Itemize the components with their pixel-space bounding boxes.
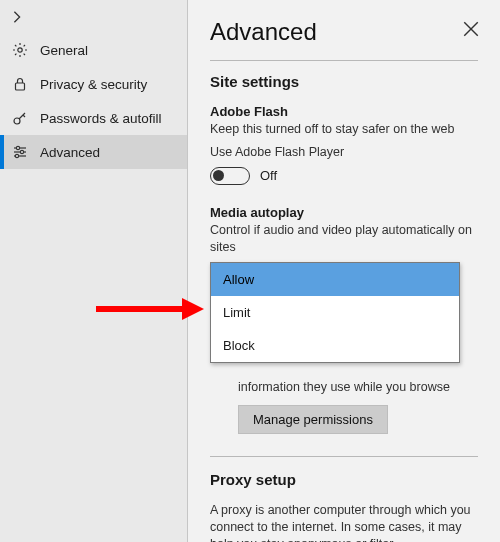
autoplay-option-limit[interactable]: Limit (211, 296, 459, 329)
autoplay-option-allow[interactable]: Allow (211, 263, 459, 296)
svg-point-8 (20, 150, 23, 153)
flash-use-label: Use Adobe Flash Player (210, 144, 478, 161)
svg-point-2 (18, 48, 22, 52)
key-icon (12, 110, 28, 126)
autoplay-label: Media autoplay (210, 205, 478, 220)
svg-point-6 (16, 146, 19, 149)
autoplay-option-block[interactable]: Block (211, 329, 459, 362)
autoplay-desc: Control if audio and video play automati… (210, 222, 478, 256)
sidebar-item-label: Passwords & autofill (40, 111, 162, 126)
svg-point-10 (15, 154, 18, 157)
svg-rect-3 (16, 83, 25, 90)
manage-permissions-button[interactable]: Manage permissions (238, 405, 388, 434)
chevron-right-icon (10, 10, 24, 24)
settings-panel: Advanced Site settings Adobe Flash Keep … (188, 0, 500, 542)
sidebar-item-passwords[interactable]: Passwords & autofill (0, 101, 187, 135)
flash-label: Adobe Flash (210, 104, 478, 119)
autoplay-dropdown-list: Allow Limit Block (210, 262, 460, 363)
back-button[interactable] (0, 6, 187, 33)
page-title: Advanced (210, 18, 478, 46)
close-button[interactable] (462, 20, 480, 38)
cookies-desc-fragment: information they use while you browse (238, 379, 478, 396)
sidebar-item-label: Privacy & security (40, 77, 147, 92)
autoplay-dropdown[interactable]: Allow Limit Block (210, 262, 478, 363)
proxy-desc: A proxy is another computer through whic… (210, 502, 478, 542)
section-heading-proxy: Proxy setup (210, 471, 478, 488)
lock-icon (12, 76, 28, 92)
close-icon (462, 20, 480, 38)
sidebar-item-label: Advanced (40, 145, 100, 160)
flash-toggle-state: Off (260, 168, 277, 183)
gear-icon (12, 42, 28, 58)
flash-toggle[interactable] (210, 167, 250, 185)
flash-desc: Keep this turned off to stay safer on th… (210, 121, 478, 138)
sidebar-item-privacy[interactable]: Privacy & security (0, 67, 187, 101)
sidebar-item-advanced[interactable]: Advanced (0, 135, 187, 169)
sliders-icon (12, 144, 28, 160)
section-heading-site-settings: Site settings (210, 73, 478, 90)
divider (210, 60, 478, 61)
divider (210, 456, 478, 457)
sidebar-item-label: General (40, 43, 88, 58)
sidebar-item-general[interactable]: General (0, 33, 187, 67)
toggle-knob (213, 170, 224, 181)
settings-sidebar: General Privacy & security Passwords & a… (0, 0, 188, 542)
